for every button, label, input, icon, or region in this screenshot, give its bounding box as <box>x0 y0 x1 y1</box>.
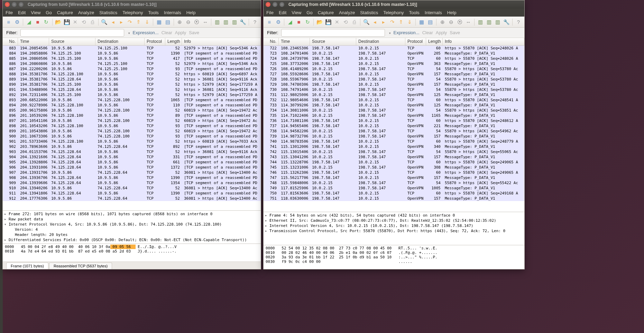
menu-analyze[interactable]: Analyze <box>78 10 94 15</box>
detail-line[interactable]: Frame 4: 54 bytes on wire (432 bits), 54… <box>264 213 524 218</box>
filter-input[interactable] <box>281 29 385 37</box>
menu-edit[interactable]: Edit <box>279 10 286 15</box>
menu-help[interactable]: Help <box>447 10 457 15</box>
packet-row[interactable]: 898201.1054320674.125.228.10010.9.5.86TC… <box>3 123 261 129</box>
packet-row[interactable]: 911204.1394180674.125.228.6410.9.5.86TCP… <box>3 191 261 196</box>
menu-view[interactable]: View <box>292 10 301 15</box>
packet-row[interactable]: 741115.13012006198.7.58.14710.0.2.15Open… <box>264 144 524 149</box>
col-no[interactable]: No. <box>3 38 18 45</box>
packet-details[interactable]: Frame 4: 54 bytes on wire (432 bits), 54… <box>264 212 524 245</box>
stop-icon[interactable]: ■ <box>295 18 303 26</box>
find-icon[interactable]: 🔍 <box>101 18 108 26</box>
packet-row[interactable]: 905204.1392880674.125.228.6410.9.5.86TCP… <box>3 160 261 165</box>
close-icon[interactable] <box>5 2 10 7</box>
packet-row[interactable]: 724108.24739706198.7.58.14710.0.2.15TCP6… <box>264 56 524 61</box>
filter-dropdown-icon[interactable] <box>127 30 130 35</box>
menu-statistics[interactable]: Statistics <box>360 10 378 15</box>
menu-internals[interactable]: Internals <box>164 10 181 15</box>
menu-capture[interactable]: Capture <box>318 10 334 15</box>
options-icon[interactable]: ⚙ <box>13 18 21 26</box>
detail-line[interactable]: Version: 4 <box>3 227 261 232</box>
packet-row[interactable]: 892194.7231140674.125.25.10010.9.5.86TCP… <box>3 92 261 97</box>
packet-row[interactable]: 751118.03630006198.7.58.14710.0.2.15Open… <box>264 196 524 201</box>
menu-telephony[interactable]: Telephony <box>122 10 143 15</box>
menu-go[interactable]: Go <box>46 10 52 15</box>
list-capture-icon[interactable]: ≡ <box>266 18 273 26</box>
col-time[interactable]: Time <box>279 38 310 45</box>
print-icon[interactable]: ⎙ <box>89 18 96 26</box>
packet-row[interactable]: 725108.37732006198.7.58.14710.0.2.15Open… <box>264 61 524 66</box>
packet-row[interactable]: 738114.9458220610.0.2.15198.7.58.147TCP5… <box>264 129 524 134</box>
packet-row[interactable]: 910204.1394020610.9.5.8674.125.228.64TCP… <box>3 185 261 191</box>
packet-row[interactable]: 901201.5373340674.125.228.10010.9.5.86TC… <box>3 139 261 144</box>
apply-link[interactable]: Apply <box>436 30 447 35</box>
packet-list[interactable]: 722108.23465306198.7.58.14710.0.2.15TCP6… <box>264 46 524 212</box>
packet-row[interactable]: 727108.55928606198.7.58.14710.0.2.15Open… <box>264 72 524 77</box>
save-link[interactable]: Save <box>450 30 460 35</box>
close-icon[interactable]: ✕ <box>333 18 341 26</box>
expression-link[interactable]: Expression... <box>133 30 159 35</box>
goto-last-icon[interactable]: ⇓ <box>406 18 413 26</box>
detail-line[interactable]: Differentiated Services Field: 0x00 (DSC… <box>3 237 261 242</box>
menu-file[interactable]: File <box>266 10 274 15</box>
restart-icon[interactable]: ↻ <box>43 18 50 26</box>
col-src[interactable]: Source <box>49 38 95 45</box>
packet-row[interactable]: 896201.1053920674.125.228.10010.9.5.86TC… <box>3 113 261 118</box>
clear-link[interactable]: Clear <box>422 30 433 35</box>
menu-internals[interactable]: Internals <box>425 10 442 15</box>
packet-details[interactable]: Frame 272: 1071 bytes on wire (8568 bits… <box>3 210 261 244</box>
colorize-icon[interactable]: ▦ <box>155 18 163 26</box>
packet-row[interactable]: 734114.3081100610.0.2.15198.7.58.147TCP5… <box>264 108 524 113</box>
jump-icon[interactable]: ↷ <box>388 18 396 26</box>
packet-row[interactable]: 749117.8152590610.0.2.15198.7.58.147Open… <box>264 185 524 191</box>
capture-filters-icon[interactable]: ▥ <box>213 18 221 26</box>
autoscroll-icon[interactable]: ▤ <box>164 18 172 26</box>
packet-row[interactable]: 745115.1323100610.0.2.15198.7.58.147Open… <box>264 165 524 170</box>
menu-go[interactable]: Go <box>306 10 312 15</box>
col-info[interactable]: Info <box>443 38 524 45</box>
close-icon[interactable] <box>266 2 270 7</box>
packet-row[interactable]: 728108.5596790610.0.2.15198.7.58.147TCP5… <box>264 77 524 82</box>
clear-link[interactable]: Clear <box>162 30 172 35</box>
menu-capture[interactable]: Capture <box>57 10 73 15</box>
prefs-icon[interactable]: 🔧 <box>239 18 247 26</box>
menu-file[interactable]: File <box>6 10 13 15</box>
coloring-rules-icon[interactable]: ▥ <box>494 18 502 26</box>
packet-row[interactable]: 912204.1777630610.9.5.8674.125.228.64TCP… <box>3 196 261 201</box>
column-headers[interactable]: No. Time Source Destination Protocol Len… <box>3 38 261 46</box>
packet-row[interactable]: 894200.9227890674.125.228.10010.9.5.86TC… <box>3 103 261 108</box>
packet-row[interactable]: 900201.1067330610.9.5.8674.125.228.100TC… <box>3 134 261 139</box>
capture-filters-icon[interactable]: ▥ <box>477 18 484 26</box>
col-len[interactable]: Length <box>426 38 443 45</box>
col-proto[interactable]: Protocol <box>405 38 426 45</box>
autoscroll-icon[interactable]: ▤ <box>426 18 434 26</box>
colorize-icon[interactable]: ▦ <box>418 18 425 26</box>
open-icon[interactable]: 📂 <box>54 18 62 26</box>
packet-row[interactable]: 740114.98783506198.7.58.14710.0.2.15TCP6… <box>264 139 524 144</box>
goto-first-icon[interactable]: ⇑ <box>397 18 405 26</box>
packet-row[interactable]: 887194.2220020610.9.5.8674.125.25.100TCP… <box>3 66 261 72</box>
col-len[interactable]: Length <box>165 38 182 45</box>
col-proto[interactable]: Protocol <box>145 38 165 45</box>
menu-tools[interactable]: Tools <box>148 10 158 15</box>
col-time[interactable]: Time <box>18 38 49 45</box>
packet-row[interactable]: 909204.1393960674.125.228.6410.9.5.86TCP… <box>3 180 261 185</box>
goto-last-icon[interactable]: ⇓ <box>144 18 151 26</box>
packet-row[interactable]: 750117.81563606198.7.58.14710.0.2.15TCP6… <box>264 191 524 196</box>
stop-icon[interactable]: ■ <box>34 18 42 26</box>
start-icon[interactable]: ◢ <box>25 18 33 26</box>
packet-row[interactable]: 890194.3538170674.125.25.10010.9.5.86TCP… <box>3 82 261 87</box>
zoom-reset-icon[interactable]: ⦿ <box>193 18 201 26</box>
save-link[interactable]: Save <box>189 30 199 35</box>
expression-link[interactable]: Expression... <box>394 30 420 35</box>
detail-line[interactable]: Ethernet II, Src: CadmusCo_73:c0:77 (08:… <box>264 218 524 223</box>
close-icon[interactable]: ✕ <box>72 18 79 26</box>
packet-row[interactable]: 733114.30799206198.7.58.14710.0.2.15Open… <box>264 103 524 108</box>
reload-icon[interactable]: ⟲ <box>342 18 349 26</box>
detail-line[interactable]: Internet Protocol Version 4, Src: 10.9.5… <box>3 222 261 227</box>
packet-row[interactable]: 730108.7479140610.0.2.15198.7.58.147TCP5… <box>264 87 524 92</box>
menu-edit[interactable]: Edit <box>18 10 26 15</box>
packet-row[interactable]: 723108.2470140610.0.2.15198.7.58.147Open… <box>264 51 524 56</box>
packet-row[interactable]: 904204.1392160674.125.228.6410.9.5.86TCP… <box>3 154 261 160</box>
display-filters-icon[interactable]: ▥ <box>485 18 493 26</box>
